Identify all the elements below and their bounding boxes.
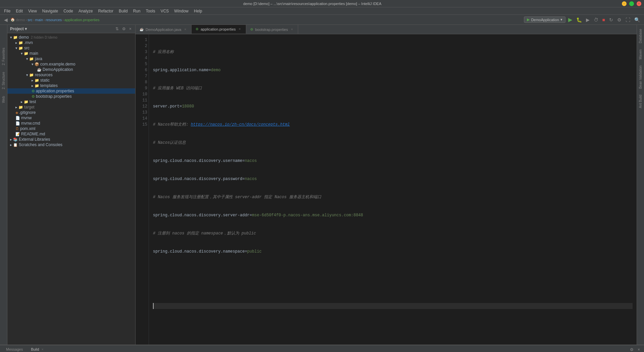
prop-file-icon-app: ⚙ bbox=[32, 89, 35, 93]
structure-tab[interactable]: 2: Structure bbox=[1, 69, 6, 92]
tree-item-application-props[interactable]: ⚙ application.properties bbox=[7, 88, 135, 94]
breadcrumb-resources[interactable]: resources bbox=[46, 18, 62, 22]
tree-label-bootstrap-props: bootstrap.properties bbox=[36, 94, 72, 99]
tab-bootstrap-props[interactable]: ⚙ bootstrap.properties × bbox=[246, 25, 299, 34]
menu-analyze[interactable]: Analyze bbox=[76, 8, 96, 14]
main-area: 2: Favorites 2: Structure Web Project ▾ … bbox=[0, 25, 644, 345]
tree-item-bootstrap-props[interactable]: ⚙ bootstrap.properties bbox=[7, 94, 135, 99]
right-tab-bean-validation[interactable]: Bean Validation bbox=[638, 63, 643, 91]
expand-button[interactable]: ⛶ bbox=[624, 16, 632, 23]
tree-label-readme: README.md bbox=[21, 132, 45, 136]
run-config-selector[interactable]: ▶ DemoApplication ▾ bbox=[524, 16, 565, 23]
expand-icon-test: ▸ bbox=[21, 100, 23, 104]
tab-close-demo-app[interactable]: × bbox=[183, 27, 187, 32]
debug-button[interactable]: 🐛 bbox=[575, 16, 583, 23]
tree-item-test[interactable]: ▸ 📁 test bbox=[7, 99, 135, 104]
menu-vcs[interactable]: VCS bbox=[158, 8, 172, 14]
file-icon-mvnw-cmd: 📄 bbox=[15, 121, 20, 126]
right-tab-ant-build[interactable]: Ant Build bbox=[638, 92, 643, 111]
sync-button[interactable]: ↻ bbox=[608, 16, 614, 23]
menu-edit[interactable]: Edit bbox=[13, 8, 25, 14]
build-tab-close[interactable]: × bbox=[42, 348, 44, 351]
run-button[interactable]: ▶ bbox=[567, 16, 574, 24]
breadcrumb-src[interactable]: src bbox=[28, 18, 33, 22]
close-button[interactable]: × bbox=[637, 1, 641, 6]
tree-label-mvnw: mvnw bbox=[21, 116, 32, 120]
right-tab-database[interactable]: Database bbox=[638, 26, 643, 46]
tab-close-app-props[interactable]: × bbox=[238, 27, 242, 31]
menu-navigate[interactable]: Navigate bbox=[40, 8, 61, 14]
search-everywhere-button[interactable]: 🔍 bbox=[633, 16, 641, 23]
project-panel: Project ▾ ⇅ ⚙ × ▾ 📁 demo 2 hidden D:\dem… bbox=[7, 25, 136, 345]
tree-item-package[interactable]: ▾ 📦 com.example.demo bbox=[7, 61, 135, 67]
tree-label-main: main bbox=[30, 51, 38, 56]
expand-icon-target: ▸ bbox=[15, 105, 17, 109]
right-tab-maven[interactable]: Maven bbox=[638, 47, 643, 62]
tree-item-java-dir[interactable]: ▾ 📁 java bbox=[7, 56, 135, 61]
breadcrumb-main[interactable]: main bbox=[35, 18, 43, 22]
file-tree: ▾ 📁 demo 2 hidden D:\demo ▸ 📁 .mvn ▾ 📁 s… bbox=[7, 33, 135, 345]
tree-item-external[interactable]: ▸ 📚 External Libraries bbox=[7, 137, 135, 142]
tree-item-demo[interactable]: ▾ 📁 demo 2 hidden D:\demo bbox=[7, 35, 135, 40]
breadcrumb-file[interactable]: application.properties bbox=[64, 18, 100, 22]
code-content[interactable]: # 应用名称 spring.application.name=demo # 应用… bbox=[149, 34, 637, 345]
tree-label-mvn: .mvn bbox=[24, 40, 33, 45]
project-settings-btn[interactable]: ⚙ bbox=[121, 26, 127, 32]
breadcrumb: 🏠 demo › src › main › resources › applic… bbox=[10, 17, 523, 22]
tree-item-src[interactable]: ▾ 📁 src bbox=[7, 45, 135, 51]
back-button[interactable]: ◀ bbox=[3, 16, 9, 23]
bottom-tab-messages[interactable]: Messages bbox=[3, 347, 26, 352]
tabs-bar: ☕ DemoApplication.java × ⚙ application.p… bbox=[136, 25, 637, 34]
tree-item-templates[interactable]: ▸ 📁 templates bbox=[7, 83, 135, 88]
bottom-settings-btn[interactable]: ⚙ bbox=[629, 347, 635, 352]
menu-refactor[interactable]: Refactor bbox=[96, 8, 116, 14]
project-close-btn[interactable]: × bbox=[128, 26, 132, 32]
coverage-button[interactable]: ▶ bbox=[585, 16, 591, 23]
java-file-icon: ☕ bbox=[37, 68, 42, 72]
tree-item-scratches[interactable]: ▸ 📋 Scratches and Consoles bbox=[7, 142, 135, 147]
tree-item-readme[interactable]: 📝 README.md bbox=[7, 131, 135, 137]
menu-tools[interactable]: Tools bbox=[143, 8, 158, 14]
profile-button[interactable]: ⏱ bbox=[592, 16, 600, 23]
tree-item-resources[interactable]: ▾ 📁 resources bbox=[7, 72, 135, 78]
settings-button[interactable]: ⚙ bbox=[616, 16, 623, 23]
tree-item-pom[interactable]: 🗒 pom.xml bbox=[7, 126, 135, 131]
breadcrumb-demo[interactable]: 🏠 bbox=[10, 17, 15, 22]
package-icon: 📦 bbox=[35, 62, 39, 67]
tree-item-mvnw[interactable]: 📄 mvnw bbox=[7, 115, 135, 121]
expand-icon-main: ▾ bbox=[21, 51, 23, 56]
web-tab[interactable]: Web bbox=[1, 93, 6, 105]
tree-item-static[interactable]: ▸ 📁 static bbox=[7, 78, 135, 83]
bottom-tab-build[interactable]: Build × bbox=[28, 347, 47, 352]
tree-item-mvnw-cmd[interactable]: 📄 mvnw.cmd bbox=[7, 121, 135, 126]
tab-application-props[interactable]: ⚙ application.properties × bbox=[192, 25, 246, 34]
tree-item-mvn[interactable]: ▸ 📁 .mvn bbox=[7, 40, 135, 45]
menu-file[interactable]: File bbox=[1, 8, 13, 14]
bottom-close-btn[interactable]: × bbox=[636, 347, 641, 352]
menu-build[interactable]: Build bbox=[116, 8, 130, 14]
right-sidebar: Database Maven Bean Validation Ant Build bbox=[637, 25, 644, 345]
prop-tab-icon-app: ⚙ bbox=[196, 27, 199, 31]
tree-label-package: com.example.demo bbox=[40, 62, 75, 67]
project-sort-btn[interactable]: ⇅ bbox=[114, 26, 120, 32]
tab-demo-application[interactable]: ☕ DemoApplication.java × bbox=[136, 25, 192, 34]
maximize-button[interactable]: □ bbox=[629, 1, 634, 6]
menu-code[interactable]: Code bbox=[61, 8, 76, 14]
menu-help[interactable]: Help bbox=[191, 8, 205, 14]
menu-view[interactable]: View bbox=[25, 8, 40, 14]
stop-button[interactable]: ■ bbox=[601, 16, 606, 23]
tree-label-scratches: Scratches and Consoles bbox=[19, 142, 62, 147]
tree-item-demo-app[interactable]: ☕ DemoApplication bbox=[7, 67, 135, 72]
tree-item-main[interactable]: ▾ 📁 main bbox=[7, 51, 135, 56]
menu-window[interactable]: Window bbox=[171, 8, 191, 14]
minimize-button[interactable]: − bbox=[622, 1, 627, 6]
menu-run[interactable]: Run bbox=[130, 8, 143, 14]
bottom-tabs-bar: Messages Build × ⚙ × bbox=[0, 345, 644, 352]
tree-item-target[interactable]: ▸ 📁 target bbox=[7, 104, 135, 110]
run-config-label: DemoApplication bbox=[531, 18, 559, 22]
tree-label-external: External Libraries bbox=[19, 137, 50, 142]
favorites-tab[interactable]: 2: Favorites bbox=[1, 45, 6, 68]
tree-label-demo: demo bbox=[19, 35, 29, 40]
tab-close-boot-props[interactable]: × bbox=[290, 27, 294, 32]
tree-item-gitignore[interactable]: ◈ .gitignore bbox=[7, 110, 135, 115]
